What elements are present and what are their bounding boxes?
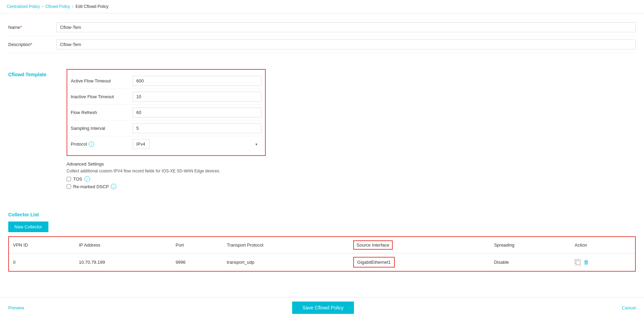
inactive-flow-timeout-label: Inactive Flow Timeout (71, 94, 133, 99)
cell-transport-protocol: transport_udp (223, 253, 349, 272)
tos-row: TOS i (67, 176, 636, 182)
col-spreading: Spreading (490, 237, 571, 253)
breadcrumb-centralized-policy[interactable]: Centralized Policy (7, 4, 40, 9)
description-row: Description* (8, 36, 636, 53)
cell-port: 9996 (171, 253, 222, 272)
breadcrumb-edit-cflowd: Edit Cflowd Policy (76, 4, 108, 9)
sampling-interval-label: Sampling Interval (71, 126, 133, 131)
sampling-interval-input[interactable] (133, 123, 262, 133)
protocol-select-wrapper: IPv4 IPv6 Both (133, 139, 262, 149)
active-flow-timeout-label: Active Flow Timeout (71, 78, 133, 83)
flow-refresh-input[interactable] (133, 107, 262, 117)
copy-icon[interactable] (575, 259, 581, 265)
protocol-label: Protocol i (71, 141, 133, 147)
remarked-dscp-row: Re-marked DSCP i (67, 184, 636, 189)
breadcrumb-sep-2: › (72, 4, 73, 9)
cell-ip-address: 10.70.79.199 (75, 253, 172, 272)
flow-refresh-row: Flow Refresh (71, 105, 262, 121)
remarked-dscp-info-icon[interactable]: i (111, 184, 116, 189)
name-row: Name* (8, 19, 636, 36)
active-flow-timeout-input[interactable] (133, 76, 262, 86)
remarked-dscp-label: Re-marked DSCP (73, 184, 109, 189)
cell-action: 🗑 (571, 253, 635, 272)
cell-vpn-id: 0 (9, 253, 75, 272)
tos-label: TOS (73, 177, 82, 182)
collector-list-title: Collector List (8, 212, 636, 217)
breadcrumb-sep-1: › (42, 4, 43, 9)
breadcrumb: Centralized Policy › Cflowd Policy › Edi… (0, 0, 644, 13)
cancel-link[interactable]: Cancel (622, 305, 636, 310)
cell-spreading: Disable (490, 253, 571, 272)
col-vpn-id: VPN ID (9, 237, 75, 253)
col-source-interface: Source Interface (349, 237, 490, 253)
table-row: 0 10.70.79.199 9996 transport_udp Gigabi… (9, 253, 635, 272)
cflowd-bordered-box: Active Flow Timeout Inactive Flow Timeou… (67, 69, 266, 156)
name-label: Name* (8, 25, 56, 30)
collector-section: Collector List New Collector VPN ID IP A… (0, 205, 644, 279)
protocol-info-icon[interactable]: i (89, 141, 94, 147)
tos-info-icon[interactable]: i (84, 176, 90, 182)
advanced-settings: Advanced Settings Collect additional cus… (67, 161, 636, 189)
preview-link[interactable]: Preview (8, 305, 24, 310)
save-cflowd-policy-button[interactable]: Save Cflowd Policy (292, 302, 354, 314)
protocol-row: Protocol i IPv4 IPv6 Both (71, 136, 262, 152)
delete-icon[interactable]: 🗑 (584, 259, 589, 265)
col-action: Action (571, 237, 635, 253)
flow-refresh-label: Flow Refresh (71, 110, 133, 115)
col-port: Port (171, 237, 222, 253)
description-input[interactable] (56, 39, 636, 49)
description-label: Description* (8, 42, 56, 47)
cell-source-interface: GigabitEthernet1 (349, 253, 490, 272)
inactive-flow-timeout-input[interactable] (133, 92, 262, 102)
tos-checkbox[interactable] (67, 177, 71, 181)
sampling-interval-row: Sampling Interval (71, 121, 262, 136)
active-flow-timeout-row: Active Flow Timeout (71, 73, 262, 89)
protocol-select[interactable]: IPv4 IPv6 Both (133, 139, 149, 149)
remarked-dscp-checkbox[interactable] (67, 184, 71, 189)
policy-form: Name* Description* (0, 13, 644, 59)
footer-left: Preview (8, 305, 24, 310)
name-input[interactable] (56, 22, 636, 32)
cflowd-template-section: Cflowd Template Active Flow Timeout Inac… (0, 62, 644, 198)
cflowd-fields: Active Flow Timeout Inactive Flow Timeou… (67, 69, 636, 191)
new-collector-button[interactable]: New Collector (8, 222, 48, 232)
advanced-settings-title: Advanced Settings (67, 161, 636, 167)
action-icons: 🗑 (575, 259, 631, 265)
footer-right: Cancel (622, 305, 636, 310)
col-ip-address: IP Address (75, 237, 172, 253)
inactive-flow-timeout-row: Inactive Flow Timeout (71, 89, 262, 105)
collector-table: VPN ID IP Address Port Transport Protoco… (8, 236, 636, 272)
table-header-row: VPN ID IP Address Port Transport Protoco… (9, 237, 635, 253)
cflowd-template-title: Cflowd Template (8, 69, 60, 191)
advanced-settings-desc: Collect additional custom IPV4 flow reco… (67, 169, 636, 173)
col-transport-protocol: Transport Protocol (223, 237, 349, 253)
footer-center: Save Cflowd Policy (24, 302, 622, 314)
breadcrumb-cflowd-policy[interactable]: Cflowd Policy (45, 4, 70, 9)
footer: Preview Save Cflowd Policy Cancel (0, 297, 644, 318)
